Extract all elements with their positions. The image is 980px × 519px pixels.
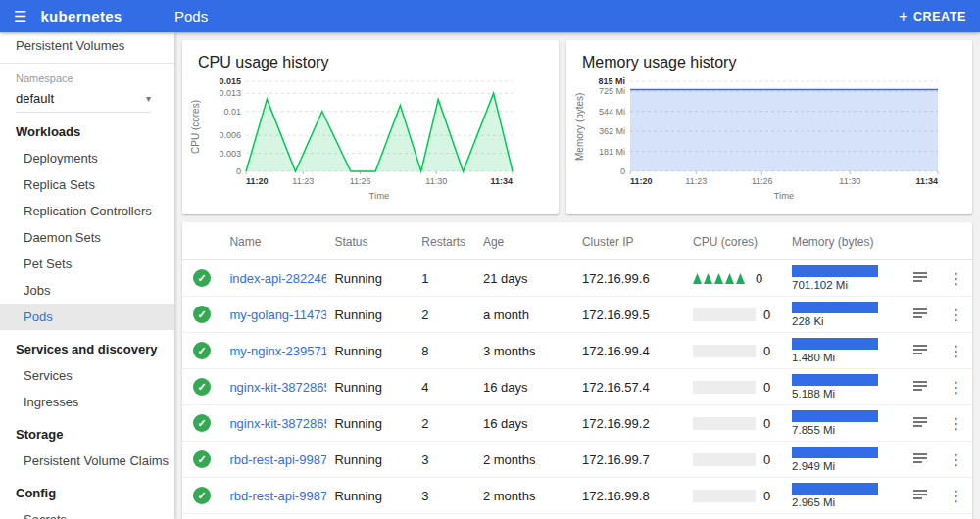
sidebar-item-replica-sets[interactable]: Replica Sets [0,171,174,198]
pod-name-link[interactable]: nginx-kit-38728657... [229,416,326,431]
pod-status: Running [334,307,381,322]
hamburger-menu-icon[interactable]: ☰ [14,9,26,24]
column-header-status: Status [326,224,414,260]
column-header-age: Age [475,224,574,260]
memory-bar [792,338,878,350]
column-header-name: Name [221,224,326,260]
row-menu-icon[interactable]: ⋮ [949,307,964,323]
logs-icon[interactable] [912,379,928,393]
memory-usage-chart: 0181 Mi362 Mi544 Mi725 Mi815 Mi11:2011:2… [585,73,950,203]
svg-text:0.013: 0.013 [219,88,241,98]
memory-bar [792,483,878,495]
table-row: ✓nginx-kit-38728657...Running416 days172… [182,369,972,405]
column-header-cpu-cores: CPU (cores) [685,224,784,260]
row-menu-icon[interactable]: ⋮ [949,343,964,359]
svg-text:0.015: 0.015 [219,76,241,86]
pod-name-link[interactable]: nginx-kit-38728657... [229,380,326,395]
svg-text:Time: Time [774,190,795,201]
logs-icon[interactable] [912,307,928,320]
status-ok-icon: ✓ [193,487,211,504]
column-header-spacer [182,224,221,260]
svg-text:544 Mi: 544 Mi [599,107,625,117]
sidebar-item-deployments[interactable]: Deployments [0,145,174,171]
svg-text:11:20: 11:20 [246,176,269,186]
svg-text:181 Mi: 181 Mi [599,147,625,157]
table-row: ✓rbd-rest-api-998728...Running32 months1… [182,478,972,514]
main-content: CPU usage history CPU (cores) 00.0030.00… [174,32,980,519]
pod-status: Running [334,416,381,431]
row-menu-icon[interactable]: ⋮ [949,488,964,504]
column-header-memory-bytes: Memory (bytes) [784,224,901,260]
sidebar-item-persistent-volumes[interactable]: Persistent Volumes [0,32,174,59]
cpu-bar-track [693,381,756,394]
table-row: ✓rbd-rest-api-998728...Running32 months1… [182,442,972,478]
sidebar-item-ingresses[interactable]: Ingresses [0,389,174,415]
app-logo[interactable]: kubernetes [40,8,122,24]
cpu-usage-card: CPU usage history CPU (cores) 00.0030.00… [182,40,559,214]
logs-icon[interactable] [912,343,928,356]
row-menu-icon[interactable]: ⋮ [949,415,964,432]
logs-icon[interactable] [912,415,928,429]
cpu-value: 0 [763,344,770,358]
namespace-selected-value: default [16,91,54,106]
memory-y-axis-label: Memory (bytes) [574,73,585,179]
pod-name-link[interactable]: rbd-rest-api-998728... [229,489,326,503]
svg-text:11:23: 11:23 [292,176,314,186]
pod-status: Running [334,452,381,467]
sidebar: Persistent Volumes Namespace default ▾ W… [0,32,174,519]
memory-usage-card: Memory usage history Memory (bytes) 0181… [566,40,972,214]
namespace-select[interactable]: default ▾ [16,86,151,113]
cpu-value: 0 [763,416,770,431]
cpu-y-axis-label: CPU (cores) [190,73,201,179]
sidebar-item-replication-controllers[interactable]: Replication Controllers [0,198,174,224]
pod-cluster-ip: 172.16.99.7 [582,452,650,467]
row-menu-icon[interactable]: ⋮ [949,379,964,396]
memory-bar [792,302,878,313]
pod-restarts: 1 [421,271,428,286]
sidebar-item-services[interactable]: Services [0,362,174,389]
memory-value: 228 Ki [792,315,893,327]
pods-table-header: NameStatusRestartsAgeCluster IPCPU (core… [182,224,972,260]
status-ok-icon: ✓ [193,378,211,396]
pod-status: Running [334,271,381,286]
sidebar-item-persistent-volume-claims[interactable]: Persistent Volume Claims [0,448,174,474]
pod-name-link[interactable]: rbd-rest-api-998728... [229,452,326,467]
sidebar-item-jobs[interactable]: Jobs [0,277,174,304]
row-menu-icon[interactable]: ⋮ [949,451,964,468]
create-button-label: CREATE [913,10,966,24]
svg-text:725 Mi: 725 Mi [599,86,625,96]
top-bar: ☰ kubernetes Pods + CREATE [0,0,980,32]
memory-value: 701.102 Mi [792,279,893,291]
sidebar-item-pods[interactable]: Pods [0,304,174,330]
pod-name-link[interactable]: my-nginx-23957155... [229,344,326,358]
row-menu-icon[interactable]: ⋮ [949,270,964,287]
memory-value: 7.855 Mi [792,424,893,436]
logs-icon[interactable] [912,488,928,501]
sidebar-item-pet-sets[interactable]: Pet Sets [0,251,174,277]
pods-table-card: NameStatusRestartsAgeCluster IPCPU (core… [182,222,972,519]
namespace-label: Namespace [0,64,174,86]
pod-cluster-ip: 172.16.99.8 [582,489,650,503]
logs-icon[interactable] [912,270,928,284]
svg-text:0: 0 [236,166,241,176]
table-row: ✓my-nginx-23957155...Running83 months172… [182,333,972,369]
cpu-value: 0 [763,307,770,322]
pod-name-link[interactable]: index-api-28224684... [229,271,326,286]
cpu-value: 0 [763,489,770,503]
memory-chart-title: Memory usage history [566,40,972,73]
memory-bar [792,410,878,422]
column-header-restarts: Restarts [414,224,475,260]
svg-text:0.003: 0.003 [219,149,241,159]
logs-icon[interactable] [912,451,928,465]
sidebar-item-daemon-sets[interactable]: Daemon Sets [0,224,174,251]
pod-age: 16 days [483,380,528,395]
create-button[interactable]: + CREATE [899,9,966,24]
pod-cluster-ip: 172.16.57.4 [582,380,650,395]
memory-bar [792,265,878,277]
pod-cluster-ip: 172.16.99.6 [582,271,650,286]
pod-restarts: 8 [421,344,428,358]
pod-name-link[interactable]: my-golang-1147314... [229,307,326,322]
pod-age: 3 months [483,344,535,358]
sidebar-item-secrets[interactable]: Secrets [0,506,174,519]
cpu-bar-track [693,417,756,430]
